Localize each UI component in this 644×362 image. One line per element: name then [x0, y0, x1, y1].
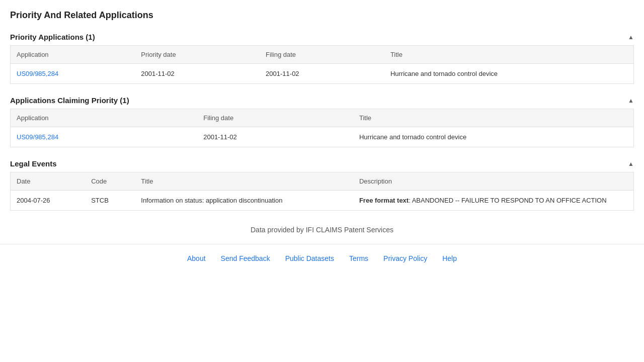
priority-applications-title: Priority Applications (1): [10, 33, 95, 41]
legal-events-title: Legal Events: [10, 159, 57, 168]
pa-col-application: Application: [11, 46, 135, 64]
le-col-title: Title: [135, 172, 353, 191]
cp-col-application: Application: [11, 109, 198, 127]
footer-link-terms[interactable]: Terms: [349, 254, 368, 262]
pa-application-link[interactable]: US09/985,284: [17, 70, 58, 77]
le-title-cell: Information on status: application disco…: [135, 191, 353, 211]
cp-application-link[interactable]: US09/985,284: [17, 133, 58, 141]
footer: AboutSend FeedbackPublic DatasetsTermsPr…: [0, 244, 644, 273]
le-description-bold: Free format text: [359, 197, 409, 204]
table-row: US09/985,284 2001-11-02 Hurricane and to…: [11, 127, 634, 147]
cp-title-cell: Hurricane and tornado control device: [353, 127, 634, 147]
footer-link-about[interactable]: About: [187, 254, 206, 262]
cp-filing-date-cell: 2001-11-02: [197, 127, 353, 147]
claiming-priority-header: Applications Claiming Priority (1) ▲: [10, 96, 634, 105]
claiming-priority-table: Application Filing date Title US09/985,2…: [10, 109, 634, 147]
footer-link-public-datasets[interactable]: Public Datasets: [285, 254, 334, 262]
data-attribution: Data provided by IFI CLAIMS Patent Servi…: [10, 226, 634, 234]
legal-events-header: Legal Events ▲: [10, 159, 634, 168]
pa-filing-date-cell: 2001-11-02: [260, 64, 384, 84]
footer-link-send-feedback[interactable]: Send Feedback: [221, 254, 270, 262]
cp-col-filing-date: Filing date: [197, 109, 353, 127]
legal-events-table: Date Code Title Description 2004-07-26 S…: [10, 172, 634, 211]
legal-events-section: Legal Events ▲ Date Code Title Descripti…: [10, 159, 634, 211]
le-col-code: Code: [85, 172, 135, 191]
pa-priority-date-cell: 2001-11-02: [135, 64, 260, 84]
le-date-cell: 2004-07-26: [11, 191, 86, 211]
le-code-cell: STCB: [85, 191, 135, 211]
priority-applications-collapse-icon[interactable]: ▲: [628, 34, 634, 41]
cp-col-title: Title: [353, 109, 634, 127]
table-row: US09/985,284 2001-11-02 2001-11-02 Hurri…: [11, 64, 634, 84]
le-col-date: Date: [11, 172, 86, 191]
claiming-priority-section: Applications Claiming Priority (1) ▲ App…: [10, 96, 634, 147]
cp-application-cell: US09/985,284: [11, 127, 198, 147]
claiming-priority-collapse-icon[interactable]: ▲: [628, 97, 634, 104]
priority-applications-section: Priority Applications (1) ▲ Application …: [10, 33, 634, 84]
pa-col-priority-date: Priority date: [135, 46, 260, 64]
footer-link-help[interactable]: Help: [442, 254, 457, 262]
footer-link-privacy-policy[interactable]: Privacy Policy: [383, 254, 427, 262]
pa-col-filing-date: Filing date: [260, 46, 384, 64]
legal-events-collapse-icon[interactable]: ▲: [628, 160, 634, 167]
priority-applications-table: Application Priority date Filing date Ti…: [10, 45, 634, 84]
priority-applications-header: Priority Applications (1) ▲: [10, 33, 634, 41]
table-row: 2004-07-26 STCB Information on status: a…: [11, 191, 634, 211]
claiming-priority-title: Applications Claiming Priority (1): [10, 96, 129, 105]
footer-links: AboutSend FeedbackPublic DatasetsTermsPr…: [10, 254, 634, 262]
pa-application-cell: US09/985,284: [11, 64, 135, 84]
pa-title-cell: Hurricane and tornado control device: [384, 64, 634, 84]
le-description-cell: Free format text: ABANDONED -- FAILURE T…: [353, 191, 634, 211]
pa-col-title: Title: [384, 46, 634, 64]
le-col-description: Description: [353, 172, 634, 191]
page-title: Priority And Related Applications: [10, 10, 634, 21]
